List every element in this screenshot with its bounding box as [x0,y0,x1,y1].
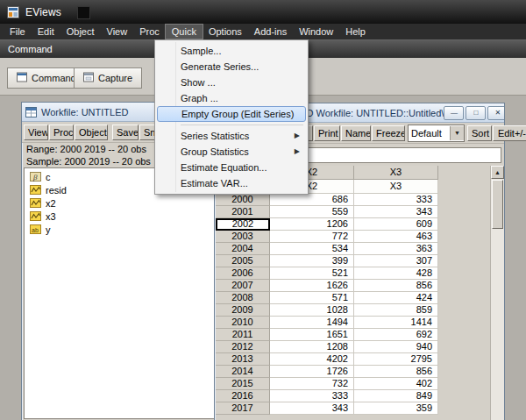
edit-button[interactable]: Edit+/- [493,125,526,141]
cell-x2[interactable]: 772 [270,231,354,243]
cell-x2[interactable]: 333 [270,390,354,402]
quick-menu-item-sample[interactable]: Sample... [157,43,306,59]
obs-label-cell[interactable]: 2011 [216,329,270,341]
selected-cell[interactable]: 2002 [216,218,270,231]
cell-x3[interactable]: 856 [354,366,438,378]
name-button[interactable]: Name [341,125,371,141]
obs-label-cell[interactable]: 2001 [216,206,270,218]
cell-x3[interactable]: 343 [354,206,438,218]
cell-x2[interactable]: 1028 [270,304,354,317]
cell-x2[interactable]: 1726 [270,366,354,378]
quick-menu-item-estimate-equation[interactable]: Estimate Equation... [157,160,306,175]
menu-item-options[interactable]: Options [203,25,248,39]
menu-item-file[interactable]: File [4,25,32,39]
cell-x3[interactable]: 463 [354,231,438,243]
menu-item-edit[interactable]: Edit [32,25,60,39]
menu-item-object[interactable]: Object [60,25,101,39]
sort-button[interactable]: Sort [467,125,492,141]
cell-x3[interactable]: 856 [354,280,438,292]
object-item-x3[interactable]: x3 [25,210,216,223]
obs-label-cell[interactable]: 2003 [216,231,270,243]
quick-menu-item-show[interactable]: Show ... [157,75,306,90]
object-item-x2[interactable]: x2 [25,196,216,210]
obs-label-cell[interactable]: 2017 [216,402,270,415]
obs-label-cell[interactable]: 2000 [216,194,270,206]
cell-x3[interactable]: 428 [354,267,438,280]
quick-menu-item-series-statistics[interactable]: Series Statistics▶ [157,128,306,144]
cell-x3[interactable]: 859 [354,304,438,317]
obs-label-cell[interactable]: 2015 [216,378,270,390]
menu-item-help[interactable]: Help [339,25,372,39]
cell-x2[interactable]: 1651 [270,329,354,341]
scroll-up-icon[interactable]: ▲ [491,166,504,179]
cell-x3[interactable]: 363 [354,243,438,255]
cell-x3[interactable]: 849 [354,390,438,402]
cell-x2[interactable]: 1494 [270,317,354,329]
cell-x2[interactable]: 1626 [270,280,354,292]
obs-label-cell[interactable]: 2004 [216,243,270,255]
series-name-x3[interactable]: X3 [354,180,438,194]
obs-label-cell[interactable]: 2007 [216,280,270,292]
save-button[interactable]: Save [112,125,139,140]
cell-x2[interactable]: 559 [270,206,354,218]
quick-menu-item-empty-group-edit-series[interactable]: Empty Group (Edit Series) [157,106,306,122]
vertical-scrollbar[interactable]: ▲ [490,166,504,420]
quick-menu-item-group-statistics[interactable]: Group Statistics▶ [157,144,306,160]
freeze-button[interactable]: Freeze [372,125,405,141]
menu-item-proc[interactable]: Proc [133,25,166,39]
cell-x3[interactable]: 359 [354,402,438,415]
minimize-button[interactable]: — [444,106,464,120]
close-button[interactable]: ✕ [487,106,504,120]
view-button[interactable]: View [24,125,48,140]
table-row: 2017343359 [216,402,490,415]
cell-x3[interactable]: 940 [354,341,438,353]
quick-menu-item-estimate-var[interactable]: Estimate VAR... [157,175,306,191]
quick-menu-item-generate-series[interactable]: Generate Series... [157,59,306,75]
object-item-y[interactable]: aby [25,223,216,236]
obs-label-cell[interactable]: 2005 [216,255,270,267]
cell-x2[interactable]: 343 [270,402,354,415]
menu-item-add-ins[interactable]: Add-ins [248,25,293,39]
obs-label-cell[interactable]: 2014 [216,366,270,378]
maximize-button[interactable]: □ [466,106,486,120]
obs-label-cell[interactable]: 2006 [216,267,270,280]
obs-label-cell[interactable]: 2013 [216,353,270,366]
cell-x3[interactable]: 692 [354,329,438,341]
cell-x2[interactable]: 686 [270,194,354,206]
cell-x2[interactable]: 1206 [270,218,354,231]
display-format-dropdown[interactable]: Default▼ [408,125,465,142]
cell-x3[interactable]: 609 [354,218,438,231]
titlebar-badge [77,6,90,19]
cell-x2[interactable]: 571 [270,292,354,304]
table-row: 2005399307 [216,255,490,267]
cell-x3[interactable]: 424 [354,292,438,304]
cell-x2[interactable]: 1208 [270,341,354,353]
obs-label-cell[interactable]: 2012 [216,341,270,353]
table-row: 2001559343 [216,206,490,218]
obs-label-cell[interactable]: 2016 [216,390,270,402]
cell-x3[interactable]: 307 [354,255,438,267]
cell-x2[interactable]: 399 [270,255,354,267]
cell-x2[interactable]: 4202 [270,353,354,366]
menu-item-quick[interactable]: Quick [166,25,203,39]
object-button[interactable]: Object [75,125,108,140]
column-header-x3[interactable]: X3 [354,166,438,180]
cell-x2[interactable]: 521 [270,267,354,280]
obs-label-cell[interactable]: 2010 [216,317,270,329]
cell-x2[interactable]: 534 [270,243,354,255]
cell-x3[interactable]: 1414 [354,317,438,329]
proc-button[interactable]: Proc [49,125,74,140]
obs-label-cell[interactable]: 2009 [216,304,270,317]
quick-menu-item-graph[interactable]: Graph ... [157,90,306,106]
series-icon [30,211,41,221]
cell-x3[interactable]: 333 [354,194,438,206]
cell-x2[interactable]: 732 [270,378,354,390]
menu-item-window[interactable]: Window [293,25,339,39]
cell-x3[interactable]: 2795 [354,353,438,366]
tab-capture[interactable]: Capture [74,68,142,89]
menu-item-view[interactable]: View [101,25,134,39]
scrollbar-thumb[interactable] [492,180,503,229]
obs-label-cell[interactable]: 2008 [216,292,270,304]
cell-x3[interactable]: 402 [354,378,438,390]
print-button[interactable]: Print [314,125,340,141]
